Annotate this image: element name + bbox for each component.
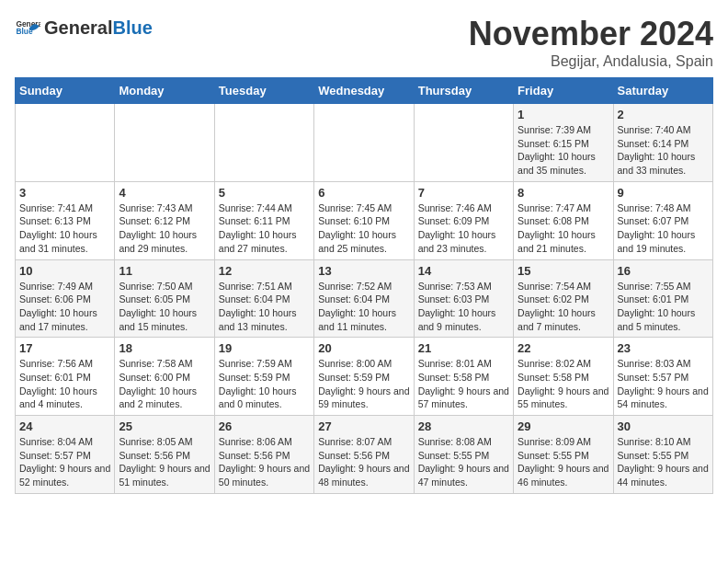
day-info: Sunrise: 7:41 AM Sunset: 6:13 PM Dayligh…	[19, 201, 110, 256]
calendar-cell: 26Sunrise: 8:06 AM Sunset: 5:56 PM Dayli…	[214, 416, 313, 494]
day-info: Sunrise: 8:00 AM Sunset: 5:59 PM Dayligh…	[318, 357, 409, 411]
day-info: Sunrise: 7:46 AM Sunset: 6:09 PM Dayligh…	[418, 201, 509, 256]
day-info: Sunrise: 7:53 AM Sunset: 6:03 PM Dayligh…	[418, 280, 509, 334]
calendar-cell: 25Sunrise: 8:05 AM Sunset: 5:56 PM Dayli…	[115, 416, 214, 494]
day-number: 9	[618, 186, 709, 200]
day-info: Sunrise: 8:03 AM Sunset: 5:57 PM Dayligh…	[618, 357, 709, 411]
calendar-cell: 11Sunrise: 7:50 AM Sunset: 6:05 PM Dayli…	[115, 259, 214, 338]
day-info: Sunrise: 8:01 AM Sunset: 5:58 PM Dayligh…	[418, 357, 509, 411]
day-number: 10	[19, 264, 110, 278]
page-header: General Blue GeneralBlue November 2024 B…	[15, 15, 713, 70]
calendar-cell: 12Sunrise: 7:51 AM Sunset: 6:04 PM Dayli…	[214, 259, 313, 338]
calendar-cell: 18Sunrise: 7:58 AM Sunset: 6:00 PM Dayli…	[115, 338, 214, 416]
calendar-cell: 30Sunrise: 8:10 AM Sunset: 5:55 PM Dayli…	[613, 416, 712, 494]
calendar-cell: 16Sunrise: 7:55 AM Sunset: 6:01 PM Dayli…	[613, 259, 712, 338]
calendar-cell: 22Sunrise: 8:02 AM Sunset: 5:58 PM Dayli…	[514, 338, 613, 416]
header-tuesday: Tuesday	[214, 78, 313, 104]
day-info: Sunrise: 8:05 AM Sunset: 5:56 PM Dayligh…	[119, 435, 210, 489]
calendar-table: SundayMondayTuesdayWednesdayThursdayFrid…	[15, 77, 713, 494]
day-number: 17	[19, 341, 110, 355]
day-info: Sunrise: 8:04 AM Sunset: 5:57 PM Dayligh…	[19, 435, 110, 489]
header-thursday: Thursday	[414, 78, 513, 104]
day-info: Sunrise: 7:50 AM Sunset: 6:05 PM Dayligh…	[119, 280, 210, 334]
calendar-cell	[115, 104, 214, 182]
day-info: Sunrise: 7:52 AM Sunset: 6:04 PM Dayligh…	[318, 280, 409, 334]
day-info: Sunrise: 7:55 AM Sunset: 6:01 PM Dayligh…	[618, 280, 709, 334]
calendar-cell: 20Sunrise: 8:00 AM Sunset: 5:59 PM Dayli…	[314, 338, 414, 416]
logo-icon: General Blue	[15, 15, 40, 40]
day-number: 22	[518, 341, 609, 355]
title-area: November 2024 Begijar, Andalusia, Spain	[469, 15, 713, 70]
calendar-cell: 8Sunrise: 7:47 AM Sunset: 6:08 PM Daylig…	[514, 181, 613, 259]
calendar-cell: 2Sunrise: 7:40 AM Sunset: 6:14 PM Daylig…	[613, 104, 712, 182]
day-number: 13	[318, 264, 409, 278]
calendar-cell: 13Sunrise: 7:52 AM Sunset: 6:04 PM Dayli…	[314, 259, 414, 338]
header-saturday: Saturday	[613, 78, 712, 104]
day-info: Sunrise: 8:10 AM Sunset: 5:55 PM Dayligh…	[618, 435, 709, 489]
day-info: Sunrise: 7:51 AM Sunset: 6:04 PM Dayligh…	[219, 280, 310, 334]
day-info: Sunrise: 7:49 AM Sunset: 6:06 PM Dayligh…	[19, 280, 110, 334]
header-wednesday: Wednesday	[314, 78, 414, 104]
day-info: Sunrise: 7:56 AM Sunset: 6:01 PM Dayligh…	[19, 357, 110, 411]
day-number: 26	[219, 419, 310, 433]
day-info: Sunrise: 7:58 AM Sunset: 6:00 PM Dayligh…	[119, 357, 210, 411]
day-number: 23	[618, 341, 709, 355]
day-number: 19	[219, 341, 310, 355]
calendar-cell: 27Sunrise: 8:07 AM Sunset: 5:56 PM Dayli…	[314, 416, 414, 494]
calendar-header-row: SundayMondayTuesdayWednesdayThursdayFrid…	[16, 78, 713, 104]
week-row-2: 10Sunrise: 7:49 AM Sunset: 6:06 PM Dayli…	[16, 259, 713, 338]
calendar-cell: 15Sunrise: 7:54 AM Sunset: 6:02 PM Dayli…	[514, 259, 613, 338]
day-number: 8	[518, 186, 609, 200]
day-info: Sunrise: 7:44 AM Sunset: 6:11 PM Dayligh…	[219, 201, 310, 256]
calendar-cell: 9Sunrise: 7:48 AM Sunset: 6:07 PM Daylig…	[613, 181, 712, 259]
day-number: 24	[19, 419, 110, 433]
day-number: 20	[318, 341, 409, 355]
logo-blue-text: Blue	[112, 17, 152, 38]
day-number: 28	[418, 419, 509, 433]
day-number: 7	[418, 186, 509, 200]
day-number: 21	[418, 341, 509, 355]
day-info: Sunrise: 7:47 AM Sunset: 6:08 PM Dayligh…	[518, 201, 609, 256]
day-number: 5	[219, 186, 310, 200]
calendar-cell: 24Sunrise: 8:04 AM Sunset: 5:57 PM Dayli…	[16, 416, 115, 494]
day-number: 15	[518, 264, 609, 278]
calendar-cell: 10Sunrise: 7:49 AM Sunset: 6:06 PM Dayli…	[16, 259, 115, 338]
calendar-cell	[414, 104, 513, 182]
day-info: Sunrise: 7:43 AM Sunset: 6:12 PM Dayligh…	[119, 201, 210, 256]
day-info: Sunrise: 7:48 AM Sunset: 6:07 PM Dayligh…	[618, 201, 709, 256]
calendar-cell: 3Sunrise: 7:41 AM Sunset: 6:13 PM Daylig…	[16, 181, 115, 259]
day-number: 4	[119, 186, 210, 200]
week-row-3: 17Sunrise: 7:56 AM Sunset: 6:01 PM Dayli…	[16, 338, 713, 416]
calendar-cell: 19Sunrise: 7:59 AM Sunset: 5:59 PM Dayli…	[214, 338, 313, 416]
calendar-cell	[214, 104, 313, 182]
calendar-cell	[314, 104, 414, 182]
calendar-cell: 6Sunrise: 7:45 AM Sunset: 6:10 PM Daylig…	[314, 181, 414, 259]
day-number: 27	[318, 419, 409, 433]
calendar-cell: 17Sunrise: 7:56 AM Sunset: 6:01 PM Dayli…	[16, 338, 115, 416]
calendar-cell: 7Sunrise: 7:46 AM Sunset: 6:09 PM Daylig…	[414, 181, 513, 259]
day-info: Sunrise: 8:07 AM Sunset: 5:56 PM Dayligh…	[318, 435, 409, 489]
day-number: 3	[19, 186, 110, 200]
day-info: Sunrise: 7:59 AM Sunset: 5:59 PM Dayligh…	[219, 357, 310, 411]
location-subtitle: Begijar, Andalusia, Spain	[469, 53, 713, 70]
day-number: 25	[119, 419, 210, 433]
month-title: November 2024	[469, 15, 713, 53]
calendar-cell: 29Sunrise: 8:09 AM Sunset: 5:55 PM Dayli…	[514, 416, 613, 494]
day-number: 29	[518, 419, 609, 433]
week-row-4: 24Sunrise: 8:04 AM Sunset: 5:57 PM Dayli…	[16, 416, 713, 494]
day-number: 6	[318, 186, 409, 200]
logo-general-text: General	[44, 17, 112, 38]
day-info: Sunrise: 8:08 AM Sunset: 5:55 PM Dayligh…	[418, 435, 509, 489]
header-sunday: Sunday	[16, 78, 115, 104]
day-number: 11	[119, 264, 210, 278]
day-number: 16	[618, 264, 709, 278]
day-info: Sunrise: 7:45 AM Sunset: 6:10 PM Dayligh…	[318, 201, 409, 256]
day-number: 14	[418, 264, 509, 278]
day-number: 2	[618, 108, 709, 121]
calendar-cell: 28Sunrise: 8:08 AM Sunset: 5:55 PM Dayli…	[414, 416, 513, 494]
day-info: Sunrise: 8:09 AM Sunset: 5:55 PM Dayligh…	[518, 435, 609, 489]
calendar-cell: 1Sunrise: 7:39 AM Sunset: 6:15 PM Daylig…	[514, 104, 613, 182]
week-row-1: 3Sunrise: 7:41 AM Sunset: 6:13 PM Daylig…	[16, 181, 713, 259]
calendar-cell	[16, 104, 115, 182]
calendar-cell: 4Sunrise: 7:43 AM Sunset: 6:12 PM Daylig…	[115, 181, 214, 259]
